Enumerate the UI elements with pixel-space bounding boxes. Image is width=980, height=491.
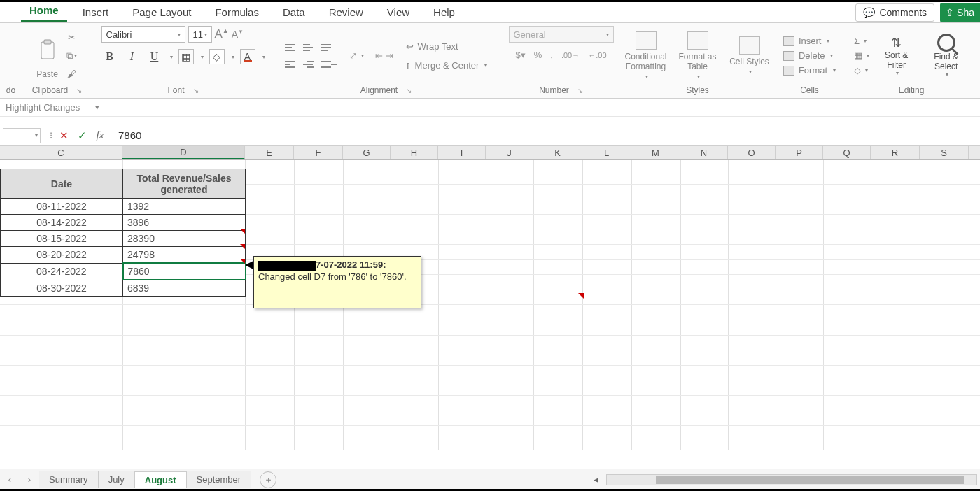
spreadsheet-grid[interactable]: CDEFGHIJKLMNOPQRS Date Total Revenue/Sal… (0, 146, 980, 450)
increase-indent-icon[interactable]: ⇥ (386, 50, 393, 61)
column-header-D[interactable]: D (122, 146, 245, 159)
cell-value[interactable]: 1392 (123, 199, 246, 215)
align-right-icon[interactable] (321, 57, 337, 71)
align-middle-icon[interactable] (303, 41, 318, 55)
find-select-button[interactable]: Find & Select▾ (923, 34, 969, 78)
name-box[interactable]: ▾ (3, 128, 41, 143)
align-top-icon[interactable] (285, 41, 300, 55)
autosum-button[interactable]: Σ▾ (854, 36, 867, 46)
tab-page-layout[interactable]: Page Layout (124, 3, 200, 22)
comma-icon[interactable]: , (550, 50, 553, 60)
cell-date[interactable]: 08-14-2022 (1, 215, 123, 231)
formula-input[interactable]: 7860 (111, 129, 977, 141)
conditional-formatting-button[interactable]: Conditional Formatting▾ (622, 31, 671, 80)
orientation-icon[interactable]: ⤢ (349, 50, 357, 61)
comments-button[interactable]: 💬 Comments (855, 3, 934, 22)
sheet-tab-summary[interactable]: Summary (39, 471, 99, 488)
tab-home[interactable]: Home (21, 1, 67, 22)
tab-help[interactable]: Help (425, 3, 463, 22)
cell-value[interactable]: 7860 (123, 263, 246, 280)
delete-cells-button[interactable]: Delete▾ (783, 50, 836, 61)
cancel-edit-button[interactable]: ✕ (57, 129, 71, 142)
increase-font-icon[interactable]: A▲ (215, 27, 229, 41)
insert-function-button[interactable]: fx (93, 129, 107, 141)
tab-review[interactable]: Review (321, 3, 372, 22)
column-header-E[interactable]: E (245, 146, 294, 159)
currency-icon[interactable]: $▾ (515, 50, 525, 60)
font-color-button[interactable]: A (240, 49, 255, 64)
cell-date[interactable]: 08-11-2022 (1, 199, 123, 215)
table-row[interactable]: 08-15-202228390 (1, 231, 246, 247)
cell-value[interactable]: 24798 (123, 247, 246, 264)
qat-dropdown-icon[interactable]: ▾ (95, 103, 99, 112)
add-sheet-button[interactable]: ＋ (260, 471, 276, 488)
wrap-text-button[interactable]: ↩Wrap Text (406, 41, 458, 52)
table-row[interactable]: 08-20-202224798 (1, 247, 246, 264)
decrease-font-icon[interactable]: A▼ (232, 29, 244, 40)
column-header-M[interactable]: M (631, 146, 680, 159)
tab-data[interactable]: Data (274, 3, 314, 22)
tab-insert[interactable]: Insert (74, 3, 118, 22)
column-header-R[interactable]: R (871, 146, 920, 159)
format-painter-icon[interactable]: 🖌 (64, 66, 80, 82)
clear-button[interactable]: ◇▾ (854, 65, 868, 76)
table-row[interactable]: 08-24-20227860 (1, 263, 246, 280)
tab-view[interactable]: View (379, 3, 418, 22)
hscroll-thumb[interactable] (656, 476, 964, 484)
font-name-select[interactable]: Calibri▾ (102, 26, 186, 43)
bold-button[interactable]: B (102, 48, 118, 65)
number-format-select[interactable]: General▾ (509, 26, 614, 43)
borders-button[interactable]: ▦ (178, 49, 194, 64)
share-button[interactable]: ⇪ Sha (940, 3, 980, 22)
number-launcher-icon[interactable]: ↘ (578, 87, 583, 94)
cell-value[interactable]: 28390 (123, 231, 246, 247)
align-center-icon[interactable] (303, 57, 318, 71)
font-launcher-icon[interactable]: ↘ (193, 87, 199, 94)
column-header-F[interactable]: F (294, 146, 343, 159)
clipboard-launcher-icon[interactable]: ↘ (76, 87, 82, 94)
format-as-table-button[interactable]: Format as Table▾ (673, 31, 722, 80)
italic-button[interactable]: I (124, 48, 141, 65)
column-header-Q[interactable]: Q (823, 146, 871, 159)
insert-cells-button[interactable]: Insert▾ (783, 36, 836, 46)
sheet-nav-prev[interactable]: ‹ (0, 474, 20, 485)
paste-button[interactable] (35, 33, 60, 66)
format-cells-button[interactable]: Format▾ (783, 65, 836, 76)
column-header-L[interactable]: L (582, 146, 631, 159)
hscroll-left-button[interactable]: ◂ (589, 474, 602, 485)
column-header-P[interactable]: P (776, 146, 823, 159)
column-header-O[interactable]: O (728, 146, 776, 159)
column-header-I[interactable]: I (438, 146, 486, 159)
copy-icon[interactable]: ⧉▾ (64, 48, 80, 64)
confirm-edit-button[interactable]: ✓ (75, 129, 89, 142)
cell-styles-button[interactable]: Cell Styles▾ (725, 36, 774, 75)
underline-button[interactable]: U (146, 48, 163, 65)
table-row[interactable]: 08-14-20223896 (1, 215, 246, 231)
decrease-indent-icon[interactable]: ⇤ (375, 50, 383, 61)
cell-value[interactable]: 6839 (123, 280, 246, 297)
sheet-tab-july[interactable]: July (99, 471, 135, 488)
tab-formulas[interactable]: Formulas (206, 3, 267, 22)
decrease-decimal-icon[interactable]: ←.00 (588, 51, 606, 59)
sheet-tab-august[interactable]: August (135, 471, 187, 488)
column-header-G[interactable]: G (343, 146, 391, 159)
fill-color-button[interactable]: ◇ (209, 49, 225, 64)
highlight-changes-button[interactable]: Highlight Changes (6, 102, 80, 113)
increase-decimal-icon[interactable]: .00→ (561, 51, 580, 59)
column-header-N[interactable]: N (680, 146, 728, 159)
cell-date[interactable]: 08-15-2022 (1, 231, 123, 247)
table-row[interactable]: 08-30-20226839 (1, 280, 246, 297)
column-header-K[interactable]: K (533, 146, 582, 159)
column-header-S[interactable]: S (920, 146, 969, 159)
cell-date[interactable]: 08-20-2022 (1, 247, 123, 264)
fill-button[interactable]: ▦▾ (854, 50, 869, 61)
sheet-nav-next[interactable]: › (20, 474, 39, 485)
horizontal-scrollbar[interactable] (606, 474, 977, 485)
cut-icon[interactable]: ✂ (64, 30, 80, 45)
column-headers[interactable]: CDEFGHIJKLMNOPQRS (0, 146, 980, 160)
cell-date[interactable]: 08-24-2022 (1, 263, 123, 280)
table-row[interactable]: 08-11-20221392 (1, 199, 246, 215)
merge-center-button[interactable]: ⫿Merge & Center▾ (406, 60, 488, 71)
percent-icon[interactable]: % (534, 50, 542, 60)
sheet-tab-september[interactable]: September (187, 471, 252, 488)
